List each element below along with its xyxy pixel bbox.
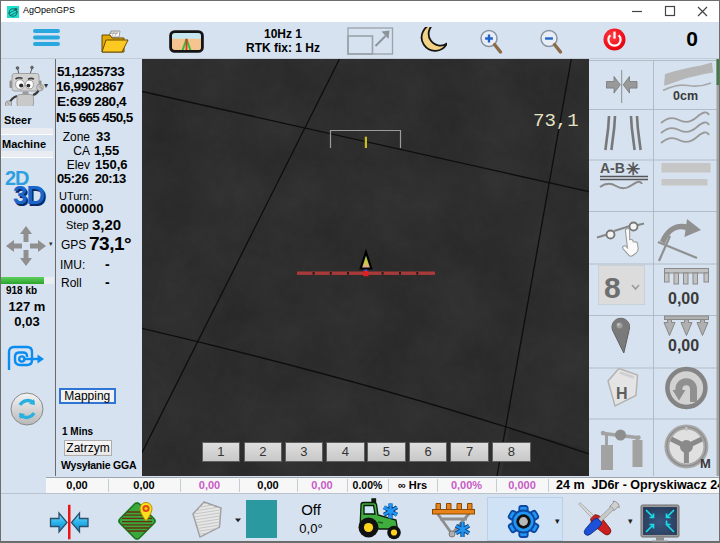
svg-text:M: M [700,456,711,471]
svg-text:A-B: A-B [600,160,625,176]
svg-text:8: 8 [604,271,621,304]
svg-text:0,00: 0,00 [668,337,699,354]
svg-text:H: H [616,385,628,402]
svg-text:0cm: 0cm [673,89,698,103]
svg-text:0,00: 0,00 [668,290,699,307]
svg-text:73,1: 73,1 [533,110,579,132]
